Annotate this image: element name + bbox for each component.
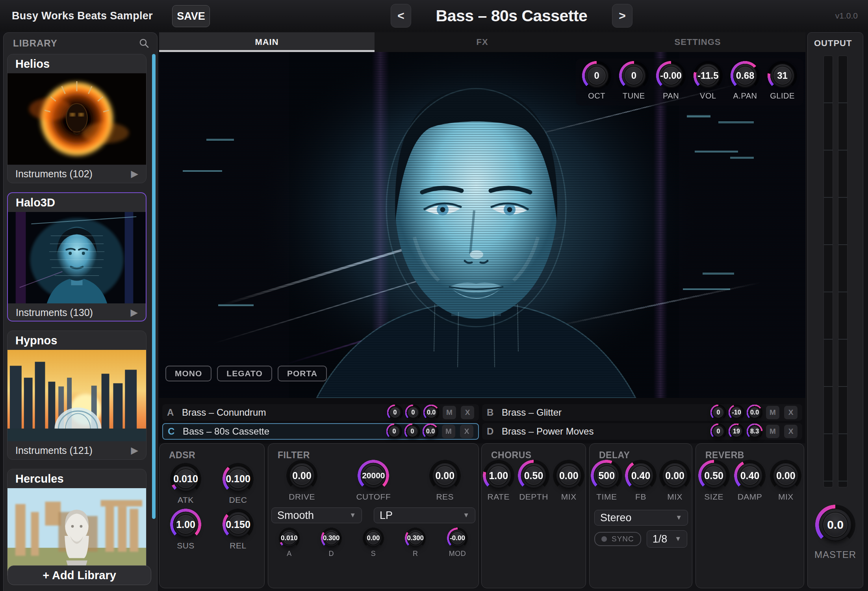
add-library-button[interactable]: + Add Library [7,565,151,585]
library-card-footer[interactable]: Instruments (102) ▶ [7,165,146,183]
delay-time-knob[interactable]: 500 [594,463,619,489]
filter-type-select[interactable]: LP ▼ [374,507,475,523]
main-tab-bar: MAIN FX SETTINGS [159,32,805,52]
prev-preset-button[interactable]: < [391,4,411,28]
library-card-footer[interactable]: Instruments (130) ▶ [8,303,146,322]
chevron-down-icon: ▼ [349,511,356,519]
slot-letter: C [168,426,178,437]
library-card-hercules[interactable]: Hercules [7,469,147,580]
library-card-hypnos[interactable]: Hypnos [7,331,147,460]
tab-main[interactable]: MAIN [159,32,375,52]
glide-knob[interactable]: 31 [770,63,795,88]
tune-knob[interactable]: 0 [621,63,646,88]
oct-knob[interactable]: 0 [584,63,609,88]
filter-env-a-knob[interactable]: 0.010 [280,530,298,547]
library-card-footer[interactable]: Instruments (121) ▶ [7,441,146,459]
delay-division-select[interactable]: 1/8 ▼ [647,530,687,548]
filter-env-r-knob[interactable]: 0.300 [407,530,424,547]
slot-d-mute-button[interactable]: M [766,425,779,438]
slot-d-knob-1[interactable]: 0 [712,425,725,438]
sustain-knob[interactable]: 1.00 [173,511,199,537]
reverb-panel: REVERB 0.50 SIZE 0.40 DAMP 0.00 MIX [696,443,804,588]
knob-value: 0.40 [740,470,760,481]
vol-knob[interactable]: -11.5 [696,63,720,88]
slot-c-knob-1[interactable]: 0 [388,425,401,438]
knob-value: 0.300 [407,534,424,542]
slot-d-remove-button[interactable]: X [784,425,798,438]
slot-d-knob-3[interactable]: 8.3 [748,425,761,438]
vol-label: VOL [700,91,716,100]
slot-a-remove-button[interactable]: X [461,406,474,419]
slot-d-knob-2[interactable]: 19 [730,425,743,438]
slot-row-d[interactable]: D Brass – Power Moves 0 19 8.3 M X [482,423,802,440]
chevron-right-icon: > [619,9,626,22]
save-button[interactable]: SAVE [172,5,210,27]
mono-button[interactable]: MONO [165,366,211,381]
filter-mode-select[interactable]: Smooth ▼ [271,507,362,523]
slot-c-knob-3[interactable]: 0.0 [424,425,437,438]
chevron-down-icon: ▼ [463,511,469,519]
knob-label: MIX [778,492,794,502]
slot-c-knob-2[interactable]: 0 [406,425,419,438]
slot-b-knob-3[interactable]: 0.0 [748,406,761,419]
output-panel: OUTPUT 0.0 MASTER [807,32,863,588]
legato-button[interactable]: LEGATO [217,366,272,381]
app-title: Busy Works Beats Sampler [12,0,153,32]
slot-row-c[interactable]: C Bass – 80s Cassette 0 0 0.0 M X [162,423,479,440]
chorus-mix-knob[interactable]: 0.00 [556,463,582,489]
knob-value: 0.00 [776,470,796,481]
slot-b-mute-button[interactable]: M [766,406,779,419]
tab-settings[interactable]: SETTINGS [590,32,805,52]
delay-mode-select[interactable]: Stereo ▼ [594,510,688,526]
library-scrollbar[interactable] [152,54,156,519]
slot-letter: D [487,426,497,437]
slot-b-knob-1[interactable]: 0 [712,406,725,419]
porta-button[interactable]: PORTA [278,366,327,381]
library-card-halo3d[interactable]: Halo3D [7,192,147,322]
slot-c-remove-button[interactable]: X [460,425,473,438]
release-knob[interactable]: 0.150 [225,511,251,537]
next-preset-button[interactable]: > [612,4,632,28]
knob-value: 1.00 [489,470,508,481]
knob-value: 500 [598,470,615,481]
slot-row-b[interactable]: B Brass – Glitter 0 -10 0.0 M X [482,404,802,421]
filter-env-s-knob[interactable]: 0.00 [365,530,382,547]
knob-label: SUS [177,541,195,550]
slot-b-knob-2[interactable]: -10 [730,406,743,419]
chorus-depth-knob[interactable]: 0.50 [521,463,547,489]
cutoff-knob[interactable]: 20000 [360,463,386,489]
search-icon[interactable] [139,38,149,48]
chorus-rate-knob[interactable]: 1.00 [486,463,512,489]
master-knob[interactable]: 0.0 [819,508,852,541]
drive-knob[interactable]: 0.00 [289,463,315,489]
reverb-mix-knob[interactable]: 0.00 [773,463,799,489]
slot-row-a[interactable]: A Brass – Conundrum 0 0 0.0 M X [162,404,479,421]
delay-mix-knob[interactable]: 0.00 [662,463,688,489]
slot-a-mute-button[interactable]: M [443,406,456,419]
reverb-size-knob[interactable]: 0.50 [701,463,727,489]
slot-a-knob-1[interactable]: 0 [388,406,402,419]
slot-name: Brass – Conundrum [182,407,266,418]
attack-knob[interactable]: 0.010 [173,466,199,492]
knob-label: A [287,550,292,558]
res-knob[interactable]: 0.00 [432,463,458,489]
slot-a-knob-2[interactable]: 0 [406,406,420,419]
delay-sync-toggle[interactable]: SYNC [594,532,641,546]
slot-b-remove-button[interactable]: X [784,406,798,419]
pan-knob[interactable]: -0.00 [659,63,683,88]
knob-value: 0.010 [173,473,198,485]
delay-fb-knob[interactable]: 0.40 [628,463,654,489]
delay-mode-value: Stereo [600,512,672,524]
knob-label: DEPTH [519,492,548,502]
filter-env-d-knob[interactable]: 0.300 [323,530,340,547]
apan-knob[interactable]: 0.68 [733,63,757,88]
tab-fx[interactable]: FX [375,32,590,52]
library-card-helios[interactable]: Helios [7,54,147,183]
slot-c-mute-button[interactable]: M [442,425,455,438]
decay-knob[interactable]: 0.100 [225,466,251,492]
reverb-damp-knob[interactable]: 0.40 [737,463,763,489]
library-card-name: Hypnos [7,331,146,350]
knob-label: DEC [229,495,247,505]
slot-a-knob-3[interactable]: 0.0 [425,406,438,419]
filter-mod-knob[interactable]: -0.00 [449,530,466,547]
